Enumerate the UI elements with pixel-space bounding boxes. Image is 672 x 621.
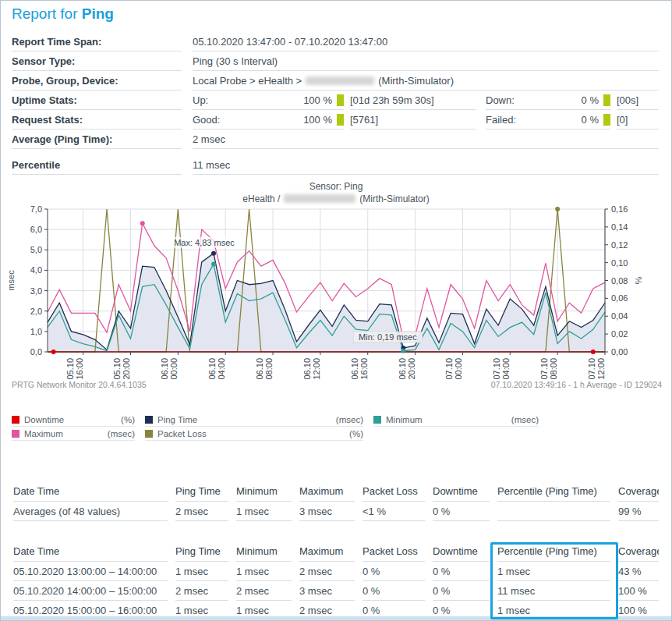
marker-dot-downtime <box>51 350 56 354</box>
column-header: Ping Time <box>175 481 228 502</box>
cell: 11 msec <box>497 581 610 601</box>
right-axis-tick-label: 0,00 <box>611 347 628 357</box>
cell: 0 % <box>433 581 490 601</box>
legend-label: Maximum <box>24 429 108 438</box>
legend-swatch-icon <box>12 416 19 424</box>
x-tick-time: 00:00 <box>454 358 463 380</box>
requests-failed-label: Failed: <box>486 110 554 130</box>
column-header: Packet Loss <box>363 481 425 502</box>
table-row: 05.10.2020 14:00:00 – 15:00:002 msec2 ms… <box>1 581 671 601</box>
x-tick-time: 00:00 <box>169 358 179 380</box>
marker-dot-minimum <box>401 349 405 353</box>
right-axis-tick-label: 0,10 <box>611 258 628 268</box>
cell: 0 % <box>433 562 490 581</box>
page-title-prefix: Report for <box>12 5 82 22</box>
x-tick-date: 07.10 <box>492 358 501 380</box>
right-axis-tick-label: 0,04 <box>611 311 628 321</box>
info-label: Probe, Group, Device: <box>12 71 182 90</box>
right-axis-tick-label: 0,02 <box>611 329 628 339</box>
redacted-device-name <box>306 76 374 85</box>
x-tick-date: 06.10 <box>207 358 217 380</box>
cell: <1 % <box>363 502 425 521</box>
column-header: Date Time <box>13 481 168 502</box>
table-row: 05.10.2020 13:00:00 – 14:00:001 msec1 ms… <box>1 562 671 581</box>
x-tick-time: 16:00 <box>359 358 369 380</box>
device-suffix: (Mirth-Simulator) <box>378 75 454 87</box>
report-info-table: Report Time Span: 05.10.2020 13:47:00 - … <box>1 32 671 175</box>
chart-title: Sensor: Ping <box>1 181 671 192</box>
column-header: Coverage <box>618 541 659 562</box>
hourly-table: Date TimePing TimeMinimumMaximumPacket L… <box>1 541 671 620</box>
column-header: Percentile (Ping Time) <box>497 541 610 562</box>
legend-label: Ping Time <box>157 415 336 424</box>
legend-item-maximum: Maximum(msec) <box>12 427 135 441</box>
legend-swatch-icon <box>145 430 153 438</box>
info-value: 05.10.2020 13:47:00 - 07.10.2020 13:47:0… <box>193 32 659 51</box>
x-tick-time: 08:00 <box>264 358 274 380</box>
requests-good-count: [5761] <box>350 110 476 130</box>
info-label: Uptime Stats: <box>12 90 182 110</box>
info-label: Percentile <box>12 155 182 175</box>
requests-good-value: 100 % <box>285 110 344 130</box>
info-label: Request Stats: <box>12 110 182 130</box>
marker-dot-downtime <box>591 350 596 354</box>
chart-subtitle-suffix: (Mirth-Simulator) <box>359 193 429 204</box>
column-header: Maximum <box>299 481 355 502</box>
chart-footer-right: 07.10.2020 13:49:16 - 1 h Average - ID 1… <box>491 380 662 389</box>
x-tick-date: 05.10 <box>112 358 122 380</box>
info-row-average: Average (Ping Time): 2 msec <box>1 130 671 149</box>
x-tick-date: 06.10 <box>398 358 407 380</box>
page-title-sensor: Ping <box>82 5 114 22</box>
cell: 43 % <box>618 562 659 581</box>
info-value: 11 msec <box>193 155 659 175</box>
averages-table: Date TimePing TimeMinimumMaximumPacket L… <box>1 481 671 521</box>
x-tick-date: 05.10 <box>65 358 75 380</box>
info-row-time-span: Report Time Span: 05.10.2020 13:47:00 - … <box>1 32 671 51</box>
cell: 3 msec <box>299 581 355 601</box>
legend-swatch-icon <box>373 416 381 424</box>
cell: 0 % <box>433 502 490 521</box>
annotation-label: Max: 4,83 msec <box>174 238 235 247</box>
x-tick-date: 06.10 <box>302 358 312 380</box>
chart-footer-left: PRTG Network Monitor 20.4.64.1035 <box>12 380 147 389</box>
left-axis-tick-label: 1,0 <box>30 327 42 336</box>
requests-failed-count: [0] <box>617 110 659 130</box>
x-tick-time: 12:00 <box>312 358 321 380</box>
column-header: Percentile (Ping Time) <box>497 481 610 502</box>
column-header: Coverage <box>618 481 659 502</box>
uptime-down-label: Down: <box>486 90 554 110</box>
page-title: Report for Ping <box>12 5 114 23</box>
info-row-uptime-stats: Uptime Stats: Up: 100 % [01d 23h 59m 30s… <box>1 90 671 110</box>
legend-unit: (msec) <box>511 415 539 424</box>
legend-label: Packet Loss <box>157 429 349 438</box>
legend-label: Minimum <box>386 415 511 424</box>
cell <box>497 502 610 521</box>
left-axis-tick-label: 5,0 <box>30 245 42 254</box>
cell: 1 msec <box>236 502 292 521</box>
right-axis-tick-label: 0,12 <box>611 240 628 250</box>
right-axis-tick-label: 0,16 <box>611 205 628 214</box>
cell: 0 % <box>363 581 425 601</box>
ping-chart-canvas: 0,01,02,03,04,05,06,07,00,000,020,040,06… <box>1 205 672 392</box>
legend-label: Downtime <box>24 415 121 424</box>
info-value: Ping (30 s Interval) <box>193 51 659 71</box>
info-row-percentile: Percentile 11 msec <box>1 155 671 175</box>
cell: 3 msec <box>299 502 355 521</box>
requests-failed-bar <box>603 114 610 126</box>
cell: 1 msec <box>175 562 228 581</box>
left-axis-tick-label: 6,0 <box>30 225 42 234</box>
info-value: 2 msec <box>193 130 659 149</box>
prtg-report-page: Report for Ping Report Time Span: 05.10.… <box>0 0 672 621</box>
x-tick-date: 07.10 <box>539 358 549 380</box>
info-label: Sensor Type: <box>12 51 182 71</box>
marker-dot-maximum <box>140 221 145 225</box>
marker-dot-ping-time <box>211 251 216 256</box>
x-tick-time: 04:00 <box>501 358 511 380</box>
x-tick-time: 04:00 <box>217 358 226 380</box>
left-axis-tick-label: 4,0 <box>30 265 42 275</box>
column-header: Date Time <box>13 541 168 562</box>
info-row-sensor-type: Sensor Type: Ping (30 s Interval) <box>1 51 671 71</box>
legend-swatch-icon <box>145 416 153 424</box>
uptime-down-bar <box>603 94 610 106</box>
info-label: Report Time Span: <box>12 32 182 51</box>
